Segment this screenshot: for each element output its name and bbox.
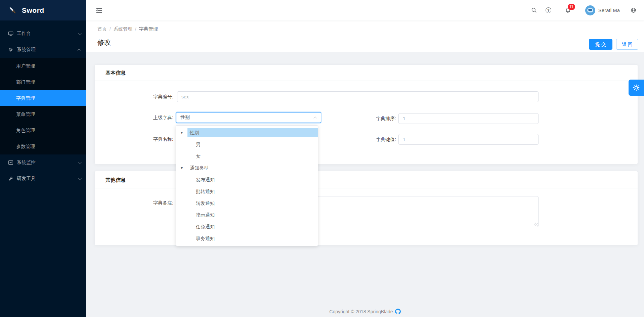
tree-node-sex[interactable]: ▾ 性别 [176,127,318,138]
chevron-down-icon [78,161,82,164]
tree-node-publish-notice[interactable]: 发布通知 [176,174,318,185]
parent-dict-label: 上级字典: [95,112,173,123]
tree-node-label: 女 [194,152,318,161]
sidebar-item-label: 工作台 [17,31,78,37]
app-title: Sword [22,6,44,14]
menu-fold-icon[interactable] [95,7,103,14]
caret-down-icon[interactable]: ▾ [181,166,187,170]
sidebar-item-system[interactable]: 系统管理 [0,42,86,58]
parent-dict-select[interactable]: 性别 [176,112,321,123]
sidebar-item-user-mgmt[interactable]: 用户管理 [0,58,86,74]
sidebar-menu: 工作台 系统管理 用户管理 部门管理 字典管理 菜单管理 角色管理 [0,26,86,187]
user-name[interactable]: Serati Ma [598,7,620,13]
tree-node-affair-notice[interactable]: 事务通知 [176,232,318,244]
sidebar: Sword 工作台 系统管理 [0,0,86,317]
sidebar-item-menu-mgmt[interactable]: 菜单管理 [0,106,86,122]
github-icon[interactable] [395,309,401,314]
app-logo: Sword [0,0,86,20]
help-icon[interactable]: ? [546,7,551,13]
content-area: 基本信息 字典编号: sex 上级字典: 性别 字典排序: 1 字典名称: 字典… [86,52,644,317]
tree-node-approve-notice[interactable]: 批转通知 [176,185,318,197]
tree-node-forward-notice[interactable]: 转发通知 [176,197,318,209]
breadcrumb: 首页 / 系统管理 / 字典管理 [97,26,158,32]
breadcrumb-separator: / [110,26,111,32]
breadcrumb-home[interactable]: 首页 [97,26,107,32]
system-submenu: 用户管理 部门管理 字典管理 菜单管理 角色管理 参数管理 [0,58,86,154]
tree-node-label: 男 [194,140,318,149]
breadcrumb-separator: / [135,26,136,32]
sidebar-item-label: 系统监控 [17,160,78,166]
dict-code-label: 字典编号: [95,91,173,102]
chevron-down-icon [78,177,82,180]
tree-node-label: 性别 [187,128,318,137]
sidebar-item-label: 研发工具 [17,176,78,182]
submit-button[interactable]: 提 交 [589,39,612,50]
parent-dict-select-value: 性别 [180,115,190,121]
notification-badge: 11 [568,4,575,10]
wrench-icon [8,176,13,181]
tree-node-instruct-notice[interactable]: 指示通知 [176,209,318,221]
dict-key-label: 字典键值: [329,134,396,145]
card-title: 基本信息 [95,65,638,81]
dict-sort-input[interactable]: 1 [398,113,539,124]
notification-bell[interactable]: 11 [565,7,571,14]
page-header: 首页 / 系统管理 / 字典管理 修改 提 交 返 回 [86,20,644,52]
tree-node-label: 发布通知 [194,175,318,184]
footer: Copyright © 2018 SpringBlade [86,309,644,314]
sidebar-item-dept-mgmt[interactable]: 部门管理 [0,74,86,90]
dict-sort-label: 字典排序: [329,113,396,124]
chevron-down-icon [78,32,82,35]
page: Sword 工作台 系统管理 [0,0,644,317]
settings-drawer-button[interactable] [629,80,644,96]
parent-dict-dropdown: ▾ 性别 男 女 ▾ 通知类型 发布通知 批转通知 [176,125,318,246]
tree-node-notice-type[interactable]: ▾ 通知类型 [176,162,318,174]
caret-down-icon[interactable]: ▾ [181,130,187,135]
tree-node-label: 转发通知 [194,199,318,208]
language-globe-icon[interactable] [630,7,637,14]
gear-icon [632,84,640,92]
monitor-icon [8,31,13,36]
tree-node-label: 通知类型 [187,164,318,172]
dict-code-input[interactable]: sex [177,91,539,102]
tree-node-label: 事务通知 [194,234,318,243]
back-button[interactable]: 返 回 [616,39,638,50]
sidebar-item-dict-mgmt[interactable]: 字典管理 [0,90,86,106]
sidebar-item-devtools[interactable]: 研发工具 [0,171,86,187]
copyright-text: Copyright © 2018 SpringBlade [329,309,393,314]
tree-node-label: 指示通知 [194,211,318,219]
dict-remark-label: 字典备注: [95,197,173,208]
chart-icon [8,160,13,165]
sword-logo-icon [8,6,17,15]
sidebar-item-workbench[interactable]: 工作台 [0,26,86,42]
tree-node-appoint-notice[interactable]: 任免通知 [176,221,318,232]
dict-name-label: 字典名称: [95,134,173,144]
tree-node-label: 批转通知 [194,187,318,196]
topbar: ? 11 Serati Ma [86,0,644,20]
topbar-right-cluster: ? 11 Serati Ma [531,5,644,15]
tree-node-female[interactable]: 女 [176,150,318,162]
page-title: 修改 [97,38,111,47]
avatar[interactable] [585,5,595,15]
tree-node-label: 任免通知 [194,222,318,231]
tree-node-male[interactable]: 男 [176,138,318,150]
chevron-up-icon [313,116,317,120]
gear-icon [8,47,13,52]
sidebar-item-label: 系统管理 [17,47,78,53]
dict-key-input[interactable]: 1 [398,134,539,145]
breadcrumb-system[interactable]: 系统管理 [114,26,132,32]
sidebar-item-role-mgmt[interactable]: 角色管理 [0,122,86,138]
sidebar-item-monitor[interactable]: 系统监控 [0,154,86,171]
breadcrumb-dict: 字典管理 [139,26,158,32]
search-icon[interactable] [531,7,538,14]
sidebar-item-param-mgmt[interactable]: 参数管理 [0,138,86,154]
